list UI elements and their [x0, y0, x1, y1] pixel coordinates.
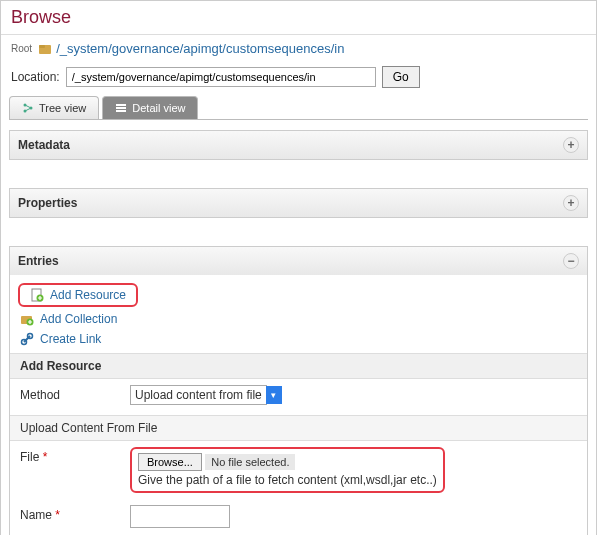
add-resource-label: Add Resource: [50, 288, 126, 302]
metadata-title: Metadata: [18, 138, 70, 152]
plus-icon[interactable]: +: [563, 195, 579, 211]
method-label: Method: [20, 385, 130, 402]
entries-title: Entries: [18, 254, 59, 268]
file-status: No file selected.: [205, 454, 295, 470]
svg-rect-7: [116, 110, 126, 112]
tabs: Tree view Detail view: [9, 96, 588, 120]
tab-detail-label: Detail view: [132, 102, 185, 114]
create-link-label: Create Link: [40, 332, 101, 346]
properties-header[interactable]: Properties +: [10, 189, 587, 217]
minus-icon[interactable]: −: [563, 253, 579, 269]
add-collection-link[interactable]: Add Collection: [10, 309, 587, 329]
location-input[interactable]: [66, 67, 376, 87]
add-collection-icon: [20, 312, 34, 326]
detail-icon: [115, 102, 127, 114]
tree-icon: [22, 102, 34, 114]
entries-section: Entries − Add Resource Add Collec: [9, 246, 588, 535]
svg-rect-1: [39, 45, 45, 48]
tab-detail-view[interactable]: Detail view: [102, 96, 198, 119]
go-button[interactable]: Go: [382, 66, 420, 88]
properties-title: Properties: [18, 196, 77, 210]
method-select[interactable]: Upload content from file: [130, 385, 267, 405]
name-input[interactable]: [130, 505, 230, 528]
svg-rect-5: [116, 104, 126, 106]
browse-button[interactable]: Browse...: [138, 453, 202, 471]
chevron-down-icon[interactable]: ▾: [266, 386, 282, 404]
tab-tree-view[interactable]: Tree view: [9, 96, 99, 119]
root-icon: [38, 42, 52, 56]
root-label: Root: [11, 43, 32, 54]
add-collection-label: Add Collection: [40, 312, 117, 326]
entries-header[interactable]: Entries −: [10, 247, 587, 275]
properties-section: Properties +: [9, 188, 588, 218]
page-title: Browse: [1, 1, 596, 35]
add-resource-link[interactable]: Add Resource: [20, 285, 136, 305]
file-hint: Give the path of a file to fetch content…: [138, 473, 437, 487]
tab-tree-label: Tree view: [39, 102, 86, 114]
name-label: Name *: [20, 505, 130, 522]
create-link-icon: [20, 332, 34, 346]
metadata-header[interactable]: Metadata +: [10, 131, 587, 159]
upload-content-header: Upload Content From File: [10, 415, 587, 441]
svg-rect-6: [116, 107, 126, 109]
metadata-section: Metadata +: [9, 130, 588, 160]
add-resource-icon: [30, 288, 44, 302]
breadcrumb-path[interactable]: /_system/governance/apimgt/customsequenc…: [56, 41, 344, 56]
plus-icon[interactable]: +: [563, 137, 579, 153]
add-resource-form-title: Add Resource: [10, 353, 587, 379]
file-label: File *: [20, 447, 130, 464]
file-upload-area: Browse... No file selected. Give the pat…: [130, 447, 445, 493]
breadcrumb-row: Root /_system/governance/apimgt/customse…: [1, 35, 596, 62]
location-row: Location: Go: [1, 62, 596, 96]
create-link-link[interactable]: Create Link: [10, 329, 587, 349]
location-label: Location:: [11, 70, 60, 84]
